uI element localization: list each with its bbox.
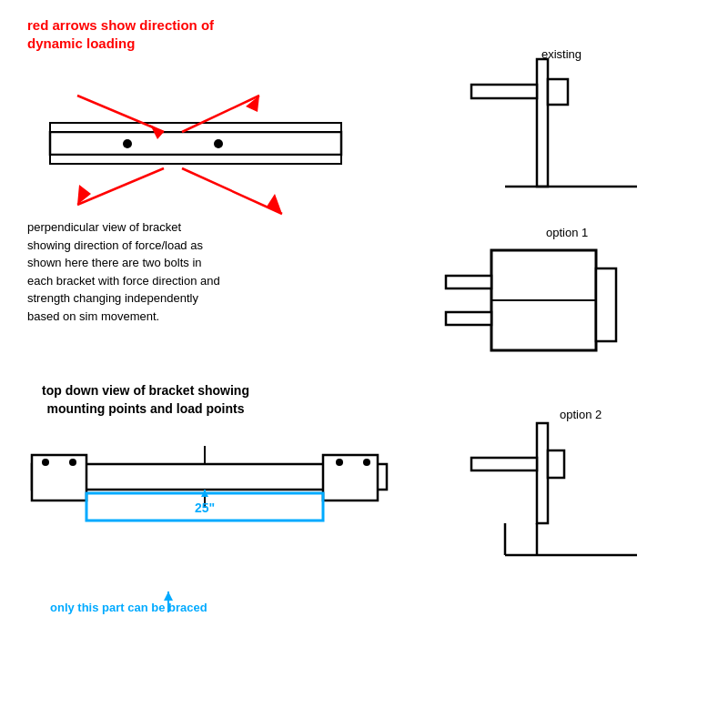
svg-line-11: [182, 168, 282, 214]
svg-rect-24: [471, 458, 537, 470]
svg-rect-25: [548, 450, 564, 478]
svg-rect-13: [537, 59, 548, 187]
blue-arrow-up: [155, 587, 182, 614]
svg-marker-45: [164, 592, 173, 601]
page: red arrows show direction of dynamic loa…: [0, 0, 728, 728]
existing-diagram: [446, 50, 655, 196]
svg-rect-21: [596, 268, 616, 341]
svg-rect-1: [50, 155, 341, 164]
svg-rect-15: [548, 79, 568, 105]
svg-rect-23: [537, 423, 548, 523]
svg-text:25": 25": [195, 500, 215, 515]
svg-rect-2: [50, 123, 341, 132]
svg-rect-20: [446, 312, 491, 325]
blue-annotation: only this part can be braced: [50, 601, 207, 614]
svg-point-35: [69, 459, 76, 466]
svg-point-34: [42, 459, 49, 466]
top-down-title: top down view of bracket showing mountin…: [27, 382, 264, 418]
svg-rect-14: [471, 85, 537, 98]
red-arrow-annotation: red arrows show direction of dynamic loa…: [27, 16, 228, 52]
svg-rect-0: [50, 132, 341, 155]
svg-rect-32: [32, 455, 86, 500]
svg-rect-19: [446, 276, 491, 288]
svg-point-37: [363, 459, 370, 466]
svg-point-3: [123, 139, 132, 148]
svg-point-36: [336, 459, 343, 466]
svg-line-9: [77, 168, 164, 205]
option2-diagram: [446, 414, 655, 569]
top-down-diagram: 25": [23, 446, 396, 546]
option1-diagram: [437, 232, 664, 391]
bracket-description: perpendicular view of bracket showing di…: [27, 218, 228, 325]
svg-point-4: [214, 139, 223, 148]
